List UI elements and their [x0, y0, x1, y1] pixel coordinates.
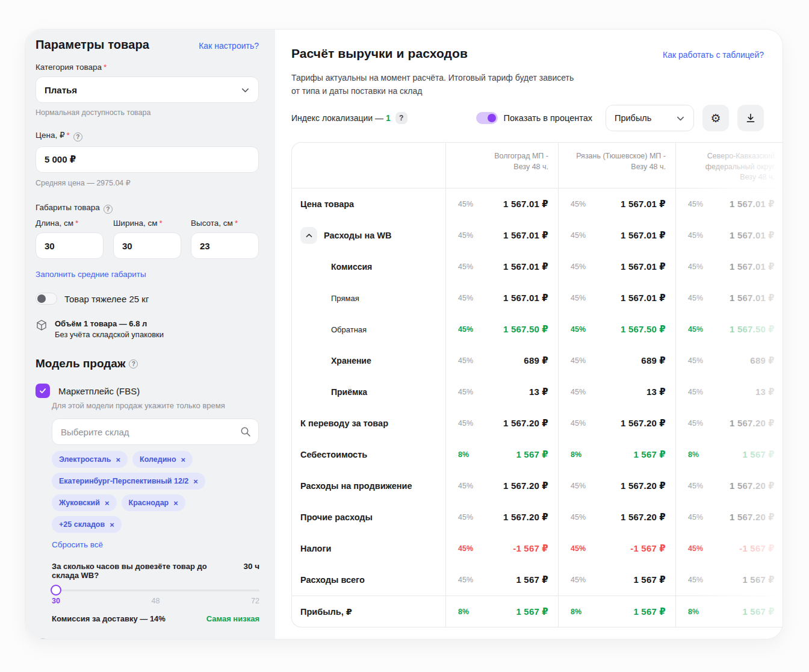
- cell-percent: 45%: [688, 419, 703, 428]
- table-cell: 45%1 567.01 ₽: [558, 188, 675, 220]
- sales-model-help-icon[interactable]: ?: [129, 359, 138, 369]
- table-settings-button[interactable]: ⚙: [702, 105, 729, 131]
- table-cell: 8%1 567 ₽: [675, 596, 783, 627]
- category-value: Платья: [45, 85, 77, 95]
- row-label-cell: К переводу за товар: [292, 408, 445, 439]
- remove-tag-icon[interactable]: ×: [181, 455, 186, 464]
- table-cell: 8%1 567 ₽: [445, 596, 558, 627]
- cell-percent: 45%: [688, 231, 703, 240]
- other-sales-models: Склад WB (FBW)Витрина (DBS)Витрина экспр…: [36, 638, 259, 639]
- warehouse-tag[interactable]: +25 складов×: [52, 516, 122, 533]
- row-label-cell: Расходы на продвижение: [292, 470, 445, 502]
- row-label: К переводу за товар: [300, 418, 388, 428]
- cell-value: 13 ₽: [755, 387, 775, 397]
- table-cell: 8%1 567 ₽: [675, 439, 783, 470]
- row-label-cell: Расходы на WB: [292, 220, 445, 251]
- cell-percent: 45%: [571, 388, 586, 396]
- table-row: Хранение45%689 ₽45%689 ₽45%689 ₽: [292, 345, 783, 376]
- volume-line1: Объём 1 товара — 6.8 л: [55, 319, 164, 328]
- dimension-input[interactable]: [36, 232, 104, 259]
- table-cell: 45%1 567.20 ₽: [445, 408, 558, 439]
- how-to-configure-link[interactable]: Как настроить?: [199, 41, 259, 51]
- heavy-item-label: Товар тяжелее 25 кг: [64, 294, 149, 304]
- row-label-cell: Комиссия: [292, 251, 445, 282]
- cell-value: 1 567.20 ₽: [730, 481, 775, 491]
- cell-percent: 45%: [571, 325, 586, 334]
- fbs-helper: Для этой модели продаж укажите только вр…: [52, 401, 259, 410]
- warehouse-tag-label: Жуковский: [59, 499, 100, 507]
- cell-value: 13 ₽: [646, 387, 666, 397]
- checkbox-unchecked[interactable]: [36, 638, 50, 639]
- remove-tag-icon[interactable]: ×: [116, 455, 120, 464]
- table-row: К переводу за товар45%1 567.20 ₽45%1 567…: [292, 408, 783, 439]
- download-button[interactable]: [737, 105, 764, 131]
- row-label-cell: Налоги: [292, 533, 445, 564]
- show-percent-toggle[interactable]: [476, 112, 498, 124]
- dimension-input[interactable]: [191, 232, 259, 259]
- row-label: Хранение: [331, 356, 371, 366]
- row-label-cell: Прочие расходы: [292, 502, 445, 533]
- cell-percent: 45%: [571, 576, 586, 584]
- cell-value: 1 567.01 ₽: [621, 230, 666, 241]
- cell-percent: 45%: [458, 544, 473, 553]
- category-select[interactable]: Платья: [36, 76, 259, 103]
- heavy-item-toggle[interactable]: [36, 293, 57, 305]
- warehouse-tag[interactable]: Коледино×: [132, 451, 193, 468]
- cell-percent: 45%: [571, 200, 586, 208]
- warehouse-tag[interactable]: Жуковский×: [52, 494, 117, 511]
- metric-select[interactable]: Прибыль: [606, 105, 694, 131]
- cell-percent: 45%: [571, 482, 586, 490]
- category-label: Категория товара*: [36, 63, 259, 72]
- row-label-cell: Прямая: [292, 282, 445, 314]
- cell-value: -1 567 ₽: [513, 543, 548, 554]
- table-cell: 45%1 567.20 ₽: [675, 502, 783, 533]
- cell-percent: 45%: [458, 356, 473, 365]
- slider-handle[interactable]: [51, 585, 61, 596]
- row-label: Расходы всего: [300, 575, 365, 585]
- reset-all-link[interactable]: Сбросить всё: [52, 540, 103, 549]
- row-label: Налоги: [300, 544, 331, 553]
- table-row: Обратная45%1 567.50 ₽45%1 567.50 ₽45%1 5…: [292, 314, 783, 345]
- cell-value: 1 567.01 ₽: [621, 199, 666, 210]
- row-label: Расходы на WB: [324, 231, 391, 240]
- fill-average-dimensions-link[interactable]: Заполнить средние габариты: [36, 270, 146, 279]
- warehouse-search-input[interactable]: [52, 418, 259, 445]
- cell-value: 1 567 ₽: [742, 606, 775, 617]
- cell-value: 1 567.01 ₽: [730, 199, 775, 210]
- slider-value: 30 ч: [243, 562, 259, 571]
- table-cell: 45%1 567.01 ₽: [558, 220, 675, 251]
- collapse-row-button[interactable]: [300, 227, 317, 244]
- remove-tag-icon[interactable]: ×: [110, 520, 114, 529]
- cell-value: 1 567.01 ₽: [621, 261, 666, 272]
- cell-percent: 45%: [688, 294, 703, 302]
- slider-marks: 30 48 72: [52, 597, 259, 605]
- fbs-checkbox-checked[interactable]: [36, 384, 50, 398]
- table-cell: 45%1 567.20 ₽: [445, 502, 558, 533]
- localization-help-icon[interactable]: ?: [395, 112, 408, 124]
- price-help-icon[interactable]: ?: [73, 132, 82, 142]
- column-header: Рязань (Тюшевское) МП -Везу 48 ч.: [558, 143, 675, 188]
- dimensions-help-icon[interactable]: ?: [104, 205, 113, 214]
- table-row: Расходы всего45%1 567 ₽45%1 567 ₽45%1 56…: [292, 564, 783, 596]
- cell-value: -1 567 ₽: [630, 543, 666, 554]
- cell-percent: 45%: [688, 576, 703, 584]
- warehouse-tag[interactable]: Электросталь×: [52, 451, 128, 468]
- table-cell: 45%1 567.50 ₽: [558, 314, 675, 345]
- cell-value: 1 567 ₽: [633, 574, 666, 585]
- remove-tag-icon[interactable]: ×: [193, 477, 198, 486]
- remove-tag-icon[interactable]: ×: [173, 499, 178, 508]
- warehouse-tag[interactable]: Краснодар×: [122, 494, 185, 511]
- remove-tag-icon[interactable]: ×: [105, 499, 110, 508]
- table-row: Налоги45%-1 567 ₽45%-1 567 ₽45%-1 567 ₽: [292, 533, 783, 564]
- row-label: Себестоимость: [300, 450, 367, 459]
- sales-model-option[interactable]: Склад WB (FBW): [36, 638, 259, 639]
- dimension-input[interactable]: [113, 232, 181, 259]
- product-params-panel: Параметры товара Как настроить? Категори…: [25, 30, 275, 639]
- warehouse-tag[interactable]: Екатеринбург-Перспективный 12/2×: [52, 473, 205, 490]
- slider-track[interactable]: [52, 590, 259, 591]
- price-input[interactable]: [36, 146, 259, 173]
- table-help-link[interactable]: Как работать с таблицей?: [663, 50, 764, 60]
- download-icon: [745, 113, 756, 123]
- table-cell: 45%-1 567 ₽: [558, 533, 675, 564]
- cell-value: 1 567 ₽: [516, 606, 548, 617]
